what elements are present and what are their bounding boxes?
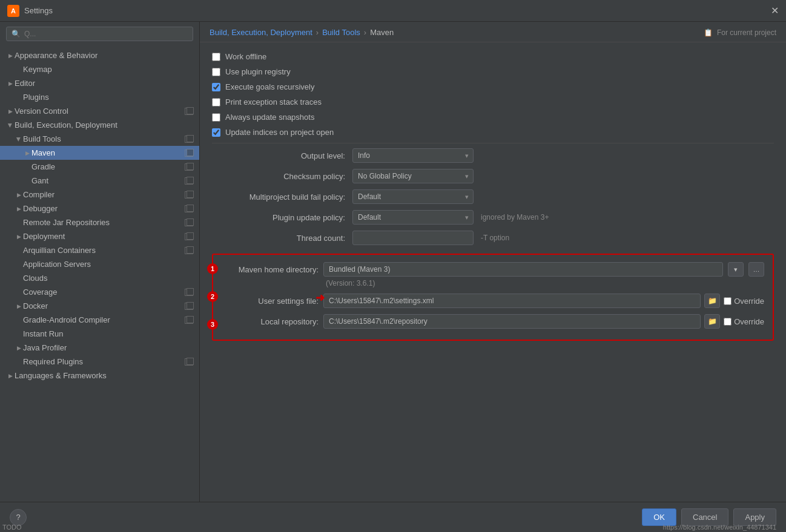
- plugin-update-row: Plugin update policy: Default Always Nev…: [212, 210, 774, 225]
- sidebar-item-label: Editor: [15, 79, 193, 88]
- search-input[interactable]: [24, 30, 188, 38]
- sidebar-item-version-control[interactable]: ▶ Version Control: [0, 104, 199, 118]
- sidebar-item-arquillian[interactable]: ▶ Arquillian Containers: [0, 243, 199, 257]
- thread-count-input[interactable]: [352, 231, 474, 245]
- execute-goals-row: Execute goals recursively: [212, 82, 774, 91]
- work-offline-row: Work offline: [212, 52, 774, 61]
- sidebar-item-label: Languages & Frameworks: [15, 371, 193, 380]
- badge-2: 2: [207, 291, 218, 302]
- maven-home-input[interactable]: [323, 262, 723, 277]
- sidebar-item-clouds[interactable]: ▶ Clouds: [0, 271, 199, 285]
- user-settings-label: User settings file:: [222, 297, 319, 306]
- breadcrumb-maven: Maven: [370, 28, 394, 37]
- sidebar: 🔍 ▶ Appearance & Behavior ▶ Keymap ▶: [0, 22, 200, 502]
- output-level-row: Output level: Info Debug Warn Error: [212, 148, 774, 163]
- expand-arrow-icon: ▶: [15, 191, 23, 199]
- always-update-checkbox[interactable]: [212, 113, 220, 122]
- breadcrumb-build-tools[interactable]: Build Tools: [322, 28, 360, 37]
- sidebar-item-label: Java Profiler: [23, 343, 193, 352]
- sidebar-item-label: Gant: [31, 176, 185, 185]
- multiproject-row: Multiproject build fail policy: Default …: [212, 189, 774, 204]
- copy-icon: [185, 289, 193, 296]
- execute-goals-label: Execute goals recursively: [225, 82, 314, 91]
- sidebar-item-label: Plugins: [23, 93, 193, 102]
- sidebar-item-build-execution[interactable]: ▶ Build, Execution, Deployment: [0, 118, 199, 132]
- print-exception-checkbox[interactable]: [212, 98, 220, 107]
- user-settings-input[interactable]: [323, 294, 701, 308]
- sidebar-item-editor[interactable]: ▶ Editor: [0, 76, 199, 90]
- project-icon: 📋: [704, 28, 713, 37]
- local-repo-label: Local repository:: [222, 317, 319, 326]
- user-settings-browse-btn[interactable]: 📁: [704, 294, 720, 308]
- sidebar-item-docker[interactable]: ▶ Docker: [0, 299, 199, 313]
- sidebar-item-maven[interactable]: ▶ Maven: [0, 146, 199, 160]
- todo-label: TODO: [2, 524, 22, 531]
- work-offline-checkbox[interactable]: [212, 53, 220, 61]
- user-settings-override-check: Override: [724, 297, 764, 306]
- copy-icon: [185, 136, 193, 143]
- sidebar-item-plugins[interactable]: ▶ Plugins: [0, 90, 199, 104]
- output-level-select[interactable]: Info Debug Warn Error: [352, 148, 474, 163]
- sidebar-item-app-servers[interactable]: ▶ Application Servers: [0, 257, 199, 271]
- sidebar-item-compiler[interactable]: ▶ Compiler: [0, 188, 199, 202]
- maven-home-dropdown-btn[interactable]: ▾: [728, 262, 744, 277]
- always-update-row: Always update snapshots: [212, 113, 774, 122]
- sidebar-item-label: Version Control: [15, 107, 185, 116]
- sidebar-item-gant[interactable]: ▶ Gant: [0, 174, 199, 188]
- sidebar-item-label: Clouds: [23, 274, 193, 283]
- title-bar-left: A Settings: [7, 5, 53, 17]
- sidebar-item-instant-run[interactable]: ▶ Instant Run: [0, 327, 199, 341]
- badge-1: 1: [207, 263, 218, 274]
- copy-icon: [185, 219, 193, 226]
- update-indices-checkbox[interactable]: [212, 128, 220, 137]
- local-repo-browse-btn[interactable]: 📁: [704, 314, 720, 329]
- sidebar-item-required-plugins[interactable]: ▶ Required Plugins: [0, 355, 199, 369]
- separator: [212, 143, 774, 143]
- sidebar-item-coverage[interactable]: ▶ Coverage: [0, 285, 199, 299]
- sidebar-item-label: Arquillian Containers: [23, 246, 185, 255]
- sidebar-item-debugger[interactable]: ▶ Debugger: [0, 202, 199, 215]
- sidebar-item-label: Gradle: [31, 162, 185, 171]
- local-repo-input[interactable]: [323, 314, 701, 329]
- arrow-annotation-2: ➜: [315, 291, 325, 304]
- use-plugin-checkbox[interactable]: [212, 68, 220, 76]
- search-box[interactable]: 🔍: [6, 27, 193, 41]
- execute-goals-checkbox[interactable]: [212, 83, 220, 91]
- sidebar-item-build-tools[interactable]: ▶ Build Tools: [0, 132, 199, 146]
- copy-icon: [185, 247, 193, 254]
- user-settings-row: User settings file: ➜ 📁 Override: [222, 294, 764, 308]
- multiproject-select[interactable]: Default Fail At End Fail Fast Never: [352, 189, 474, 204]
- expand-arrow-icon: ▶: [15, 205, 23, 213]
- local-repo-override-checkbox[interactable]: [724, 318, 732, 326]
- copy-icon: [185, 191, 193, 199]
- sidebar-item-appearance[interactable]: ▶ Appearance & Behavior: [0, 48, 199, 62]
- settings-window: A Settings ✕ 🔍 ▶ Appearance & Behavior: [0, 0, 786, 532]
- maven-home-browse-btn[interactable]: …: [748, 262, 764, 277]
- user-settings-override-row: 📁 Override: [323, 294, 764, 308]
- sidebar-item-gradle[interactable]: ▶ Gradle: [0, 160, 199, 174]
- sidebar-item-keymap[interactable]: ▶ Keymap: [0, 62, 199, 76]
- output-level-label: Output level:: [212, 151, 345, 160]
- plugin-update-select[interactable]: Default Always Never: [352, 210, 474, 225]
- expand-arrow-icon: ▶: [6, 372, 15, 380]
- always-update-label: Always update snapshots: [225, 113, 314, 122]
- checksum-policy-select-wrapper: No Global Policy Strict Lenient Ignore: [352, 169, 474, 183]
- sidebar-item-remote-jar[interactable]: ▶ Remote Jar Repositories: [0, 215, 199, 229]
- checksum-policy-select[interactable]: No Global Policy Strict Lenient Ignore: [352, 169, 474, 183]
- copy-icon: [185, 317, 193, 324]
- sidebar-item-deployment[interactable]: ▶ Deployment: [0, 229, 199, 243]
- sidebar-item-label: Gradle-Android Compiler: [23, 315, 185, 324]
- sidebar-item-label: Debugger: [23, 204, 185, 213]
- copy-icon: [185, 303, 193, 310]
- sidebar-item-java-profiler[interactable]: ▶ Java Profiler: [0, 341, 199, 355]
- sidebar-item-label: Remote Jar Repositories: [23, 218, 185, 227]
- right-panel: Build, Execution, Deployment › Build Too…: [200, 22, 786, 502]
- user-settings-override-checkbox[interactable]: [724, 297, 732, 305]
- close-icon[interactable]: ✕: [771, 5, 779, 16]
- sidebar-item-label: Deployment: [23, 232, 185, 241]
- copy-icon: [185, 358, 193, 366]
- sidebar-item-languages[interactable]: ▶ Languages & Frameworks: [0, 369, 199, 383]
- update-indices-row: Update indices on project open: [212, 128, 774, 137]
- sidebar-item-gradle-android[interactable]: ▶ Gradle-Android Compiler: [0, 313, 199, 327]
- breadcrumb-build[interactable]: Build, Execution, Deployment: [210, 28, 312, 37]
